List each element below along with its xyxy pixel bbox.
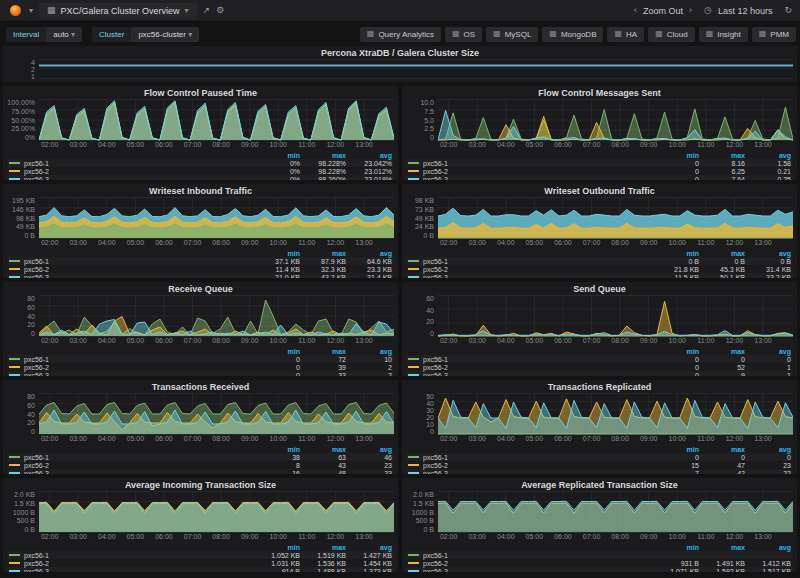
panel-title[interactable]: Percona XtraDB / Galera Cluster Size — [7, 47, 793, 59]
series-name[interactable]: pxc56-3 — [423, 372, 653, 377]
interval-select[interactable]: auto ▾ — [46, 27, 82, 42]
series-name[interactable]: pxc56-3 — [423, 274, 653, 279]
series-name[interactable]: pxc56-3 — [423, 568, 653, 573]
legend-header-max[interactable]: max — [300, 250, 346, 257]
series-name[interactable]: pxc56-2 — [423, 266, 653, 273]
legend-header-max[interactable]: max — [699, 250, 745, 257]
series-name[interactable]: pxc56-2 — [423, 364, 653, 371]
series-name[interactable]: pxc56-3 — [24, 176, 254, 181]
chart-canvas[interactable] — [438, 295, 793, 337]
series-name[interactable]: pxc56-1 — [24, 160, 254, 167]
legend-header-avg[interactable]: avg — [346, 250, 392, 257]
legend-header-max[interactable]: max — [699, 348, 745, 355]
chart-canvas[interactable] — [438, 491, 793, 533]
menu-caret-icon[interactable]: ▾ — [29, 6, 33, 15]
panel-title[interactable]: Writeset Inbound Traffic — [7, 185, 394, 197]
series-name[interactable]: pxc56-2 — [423, 462, 653, 469]
series-name[interactable]: pxc56-3 — [24, 568, 254, 573]
series-name[interactable]: pxc56-3 — [423, 470, 653, 475]
series-name[interactable]: pxc56-2 — [24, 168, 254, 175]
legend-header-max[interactable]: max — [699, 152, 745, 159]
chart-canvas[interactable] — [39, 491, 394, 533]
nav-button-query-analytics[interactable]: ▦Query Analytics — [360, 27, 441, 42]
chevron-left-icon[interactable]: ‹ — [634, 6, 637, 15]
legend-header-min[interactable]: min — [653, 152, 699, 159]
legend-header-avg[interactable]: avg — [745, 250, 791, 257]
series-name[interactable]: pxc56-1 — [423, 454, 653, 461]
chart-canvas[interactable] — [438, 197, 793, 239]
series-name[interactable]: pxc56-1 — [423, 258, 653, 265]
legend-header-avg[interactable]: avg — [745, 152, 791, 159]
legend-header-min[interactable]: min — [254, 152, 300, 159]
legend-header-max[interactable]: max — [300, 152, 346, 159]
panel-title[interactable]: Flow Control Paused Time — [7, 87, 394, 99]
series-name[interactable]: pxc56-1 — [423, 356, 653, 363]
time-range-picker[interactable]: ◷ Last 12 hours — [704, 6, 772, 16]
series-name[interactable]: pxc56-1 — [24, 356, 254, 363]
series-name[interactable]: pxc56-3 — [24, 470, 254, 475]
legend-header-avg[interactable]: avg — [346, 544, 392, 551]
legend-header-min[interactable]: min — [653, 446, 699, 453]
series-name[interactable]: pxc56-2 — [24, 462, 254, 469]
panel-title[interactable]: Average Replicated Transaction Size — [406, 479, 793, 491]
nav-button-ha[interactable]: ▦HA — [607, 27, 644, 42]
legend-header-min[interactable]: min — [254, 446, 300, 453]
legend-header-min[interactable]: min — [254, 250, 300, 257]
legend-header-min[interactable]: min — [254, 348, 300, 355]
series-name[interactable]: pxc56-2 — [423, 560, 653, 567]
chevron-right-icon[interactable]: › — [689, 6, 692, 15]
series-name[interactable]: pxc56-3 — [24, 274, 254, 279]
panel-title[interactable]: Flow Control Messages Sent — [406, 87, 793, 99]
legend-header-max[interactable]: max — [699, 446, 745, 453]
series-name[interactable]: pxc56-2 — [24, 364, 254, 371]
grafana-logo[interactable] — [8, 3, 23, 18]
panel-title[interactable]: Transactions Replicated — [406, 381, 793, 393]
legend-header-min[interactable]: min — [653, 250, 699, 257]
legend-header-avg[interactable]: avg — [346, 152, 392, 159]
nav-button-mongodb[interactable]: ▦MongoDB — [542, 27, 603, 42]
nav-button-pmm[interactable]: ▦PMM — [752, 27, 796, 42]
series-name[interactable]: pxc56-2 — [24, 266, 254, 273]
nav-button-os[interactable]: ▦OS — [445, 27, 482, 42]
legend-header-max[interactable]: max — [699, 544, 745, 551]
series-name[interactable]: pxc56-3 — [423, 176, 653, 181]
nav-button-insight[interactable]: ▦Insight — [699, 27, 748, 42]
legend-header-min[interactable]: min — [653, 348, 699, 355]
chart-canvas[interactable] — [438, 99, 793, 141]
series-name[interactable]: pxc56-3 — [24, 372, 254, 377]
panel-title[interactable]: Receive Queue — [7, 283, 394, 295]
series-name[interactable]: pxc56-2 — [423, 168, 653, 175]
series-name[interactable]: pxc56-2 — [24, 560, 254, 567]
legend-header-min[interactable]: min — [653, 544, 699, 551]
share-icon[interactable]: ↗ — [203, 6, 211, 15]
nav-button-cloud[interactable]: ▦Cloud — [648, 27, 694, 42]
chart-canvas[interactable] — [39, 197, 394, 239]
panel-title[interactable]: Writeset Outbound Traffic — [406, 185, 793, 197]
refresh-icon[interactable]: ↻ — [784, 6, 792, 15]
nav-button-mysql[interactable]: ▦MySQL — [486, 27, 538, 42]
panel-title[interactable]: Send Queue — [406, 283, 793, 295]
legend-header-max[interactable]: max — [300, 348, 346, 355]
chart-canvas[interactable] — [39, 59, 793, 79]
legend-header-avg[interactable]: avg — [346, 348, 392, 355]
gear-icon[interactable]: ⚙ — [216, 6, 224, 15]
cluster-select[interactable]: pxc56-cluster ▾ — [131, 27, 199, 42]
series-name[interactable]: pxc56-1 — [24, 552, 254, 559]
legend-header-avg[interactable]: avg — [745, 348, 791, 355]
dashboard-title-dropdown[interactable]: ▦ PXC/Galera Cluster Overview ▾ — [39, 3, 197, 19]
chart-canvas[interactable] — [438, 393, 793, 435]
panel-title[interactable]: Transactions Received — [7, 381, 394, 393]
zoom-out-button[interactable]: Zoom Out — [643, 6, 683, 16]
series-name[interactable]: pxc56-1 — [24, 258, 254, 265]
series-name[interactable]: pxc56-1 — [423, 552, 653, 559]
chart-canvas[interactable] — [39, 393, 394, 435]
legend-header-avg[interactable]: avg — [745, 544, 791, 551]
series-name[interactable]: pxc56-1 — [423, 160, 653, 167]
legend-header-max[interactable]: max — [300, 544, 346, 551]
chart-canvas[interactable] — [39, 99, 394, 141]
series-name[interactable]: pxc56-1 — [24, 454, 254, 461]
legend-header-max[interactable]: max — [300, 446, 346, 453]
chart-canvas[interactable] — [39, 295, 394, 337]
legend-header-avg[interactable]: avg — [346, 446, 392, 453]
panel-title[interactable]: Average Incoming Transaction Size — [7, 479, 394, 491]
